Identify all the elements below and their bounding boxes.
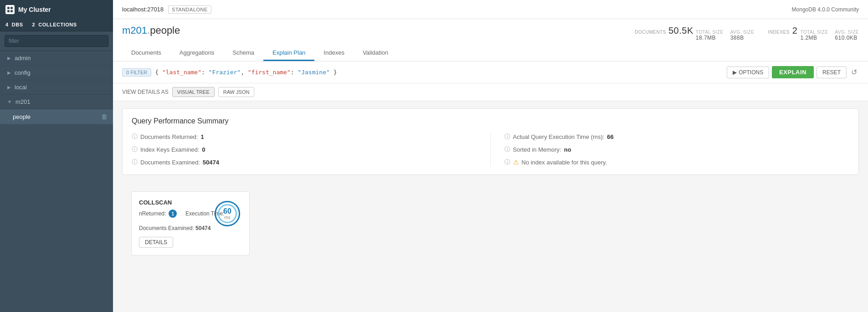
info-icon: ⓘ (504, 133, 510, 141)
collections-stat: 2 COLLECTIONS (32, 22, 77, 27)
idx-avg-size-value: 610.0KB (835, 35, 858, 41)
dbs-stat: 4 DBS (5, 22, 23, 27)
no-index-text: No index available for this query. (522, 159, 607, 166)
tab-documents[interactable]: Documents (122, 46, 170, 61)
raw-json-button[interactable]: RAW JSON (218, 87, 255, 97)
docs-returned-row: ⓘ Documents Returned: 1 (132, 133, 477, 141)
history-button[interactable]: ↺ (849, 66, 859, 78)
docs-examined-label: Documents Examined: (139, 225, 194, 231)
tab-indexes[interactable]: Indexes (314, 46, 354, 61)
query-colon1: : (201, 69, 209, 76)
sidebar-item-people[interactable]: people 🗑 (0, 109, 113, 124)
host-label: localhost:27018 (122, 6, 164, 13)
mongodb-version: MongoDB 4.0.0 Community (792, 6, 859, 13)
chevron-right-icon: ▶ (733, 69, 737, 76)
documents-value: 50.5k (668, 26, 693, 36)
info-icon: ⓘ (504, 145, 510, 153)
reset-button[interactable]: RESET (817, 66, 847, 78)
chevron-right-icon: ▶ (7, 56, 11, 61)
db-name: m201 (122, 25, 147, 36)
collection-title: m201.people (122, 25, 180, 36)
summary-left: ⓘ Documents Returned: 1 ⓘ Index Keys Exa… (132, 133, 491, 166)
tab-aggregations[interactable]: Aggregations (170, 46, 224, 61)
total-size-value: 18.7MB (696, 35, 716, 41)
idx-total-size-value: 1.2MB (800, 35, 817, 41)
collscan-exec-row: nReturned: 1 Execution Time: 60 ms (139, 210, 242, 220)
view-toggle: VIEW DETAILS AS VISUAL TREE RAW JSON (113, 83, 868, 101)
query-suffix: } (330, 69, 337, 76)
collscan-area: COLLSCAN nReturned: 1 Execution Time: 60… (122, 182, 859, 265)
collection-title-row: m201.people DOCUMENTS 50.5k TOTAL SIZE 1… (122, 25, 859, 41)
tab-explain-plan[interactable]: Explain Plan (263, 46, 314, 61)
collection-metrics: DOCUMENTS 50.5k TOTAL SIZE 18.7MB AVG. S… (635, 26, 859, 41)
execution-time-circle: 60 ms (215, 201, 240, 226)
info-icon: ⓘ (132, 158, 138, 166)
visual-tree-button[interactable]: VISUAL TREE (172, 87, 215, 97)
docs-examined-value: 50474 (203, 159, 219, 166)
sorted-value: no (564, 146, 571, 153)
chevron-down-icon: ▼ (7, 99, 12, 104)
sidebar-item-label: admin (15, 55, 31, 61)
docs-examined-label: Documents Examined: (140, 159, 200, 166)
avg-size-label: AVG. SIZE (730, 30, 755, 35)
sidebar-item-label: local (15, 84, 27, 91)
summary-right: ⓘ Actual Query Execution Time (ms): 66 ⓘ… (491, 133, 850, 166)
options-button[interactable]: ▶ OPTIONS (727, 66, 769, 78)
exec-time-value: 66 (607, 133, 613, 140)
topbar: localhost:27018 STANDALONE MongoDB 4.0.0… (113, 0, 868, 19)
tab-schema[interactable]: Schema (223, 46, 263, 61)
sidebar-item-local[interactable]: ▶ local (0, 80, 113, 95)
sorted-row: ⓘ Sorted in Memory: no (504, 145, 850, 153)
filter-count-badge: 0 FILTER (122, 68, 151, 77)
sidebar-stats: 4 DBS 2 COLLECTIONS (0, 19, 113, 31)
info-icon: ⓘ (132, 133, 138, 141)
sidebar-filter-input[interactable] (5, 35, 108, 47)
index-keys-label: Index Keys Examined: (140, 146, 199, 153)
indexes-label: INDEXES (768, 30, 789, 35)
query-key1: "last_name" (162, 69, 201, 76)
chevron-right-icon: ▶ (7, 70, 11, 75)
sidebar-item-label: m201 (15, 98, 31, 105)
tab-validation[interactable]: Validation (354, 46, 397, 61)
collections-label: COLLECTIONS (38, 22, 77, 27)
collection-header: m201.people DOCUMENTS 50.5k TOTAL SIZE 1… (113, 19, 868, 61)
documents-label: DOCUMENTS (635, 30, 666, 35)
exec-time-row: ⓘ Actual Query Execution Time (ms): 66 (504, 133, 850, 141)
explain-button[interactable]: EXPLAIN (772, 66, 814, 78)
dbs-label: DBS (12, 22, 23, 27)
svg-rect-1 (10, 7, 13, 9)
collscan-card: COLLSCAN nReturned: 1 Execution Time: 60… (131, 191, 250, 256)
filter-actions: ▶ OPTIONS EXPLAIN RESET ↺ (727, 66, 859, 78)
collections-count: 2 (32, 22, 35, 27)
main-content: localhost:27018 STANDALONE MongoDB 4.0.0… (113, 0, 868, 312)
docs-examined-value: 50474 (195, 225, 211, 231)
filter-bar: 0 FILTER { "last_name": "Frazier", "firs… (113, 61, 868, 83)
sorted-label: Sorted in Memory: (513, 146, 561, 153)
summary-card: Query Performance Summary ⓘ Documents Re… (122, 108, 859, 175)
svg-rect-3 (10, 10, 13, 12)
query-comma: , (241, 69, 248, 76)
sidebar-list: ▶ admin ▶ config ▶ local ▼ m201 people 🗑 (0, 51, 113, 312)
sidebar-item-label: config (15, 69, 31, 76)
index-keys-row: ⓘ Index Keys Examined: 0 (132, 145, 477, 153)
idx-total-size-label: TOTAL SIZE (800, 30, 828, 35)
no-index-row: ⓘ ⚠ No index available for this query. (504, 158, 850, 166)
nreturned-label: nReturned: (139, 210, 166, 217)
cluster-icon (5, 5, 15, 14)
warning-icon: ⚠ (513, 159, 519, 166)
indexes-value: 2 (792, 26, 798, 36)
delete-collection-icon[interactable]: 🗑 (101, 113, 108, 120)
sidebar-item-admin[interactable]: ▶ admin (0, 51, 113, 66)
indexes-metric: INDEXES 2 TOTAL SIZE 1.2MB AVG. SIZE 610… (768, 26, 859, 41)
details-button[interactable]: DETAILS (139, 237, 173, 248)
docs-examined-row: ⓘ Documents Examined: 50474 (132, 158, 477, 166)
svg-rect-0 (7, 7, 10, 9)
avg-size-value: 388B (730, 35, 744, 41)
svg-rect-2 (7, 10, 10, 12)
sidebar-item-config[interactable]: ▶ config (0, 66, 113, 80)
cluster-name: My Cluster (18, 6, 51, 13)
docs-returned-value: 1 (200, 133, 204, 140)
tabs: Documents Aggregations Schema Explain Pl… (122, 46, 859, 61)
sidebar-item-m201[interactable]: ▼ m201 (0, 95, 113, 109)
query-val1: "Frazier" (209, 69, 241, 76)
